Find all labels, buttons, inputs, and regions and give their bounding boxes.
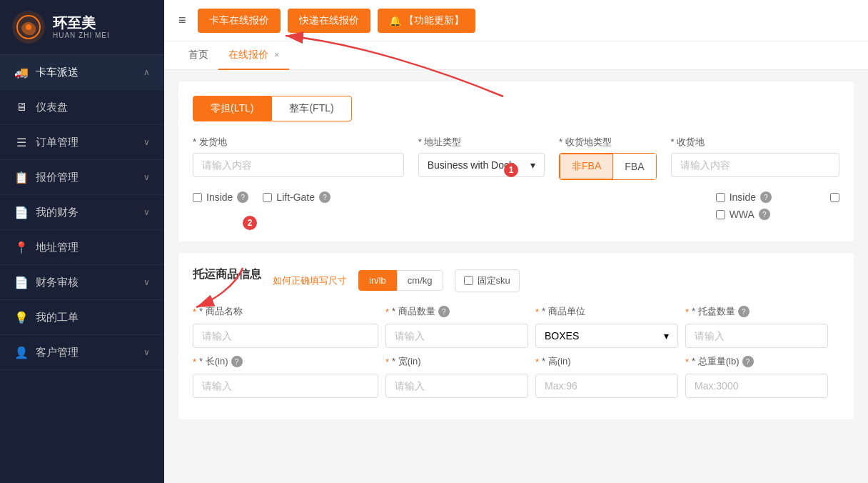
- col-product-name: * * 商品名称: [193, 305, 378, 318]
- sidebar-item-address[interactable]: 📍 地址管理: [0, 230, 164, 265]
- logo-pinyin: HUAN ZHI MEI: [53, 31, 110, 40]
- weight-input[interactable]: [685, 374, 828, 398]
- origin-label: * 发货地: [193, 136, 404, 149]
- width-input[interactable]: [385, 374, 528, 398]
- sku-checkbox-input[interactable]: [464, 276, 473, 285]
- col-length: * * 长(in) ?: [193, 355, 378, 368]
- sidebar-item-dashboard[interactable]: 🖥 仪表盘: [0, 90, 164, 125]
- notify-label: 【功能更新】: [404, 14, 464, 27]
- sidebar-item-orders[interactable]: ☰ 订单管理 ∨: [0, 125, 164, 160]
- pallet-qty-input[interactable]: [685, 324, 828, 348]
- unit-cmkg-button[interactable]: cm/kg: [397, 270, 443, 291]
- wwa-help-icon[interactable]: ?: [759, 209, 770, 220]
- product-unit-value: BOXES: [545, 330, 579, 342]
- dest-input[interactable]: [671, 153, 840, 177]
- content-area: 零担(LTL) 整车(FTL) 1 * 发货地 * 地址类型 Business …: [164, 70, 868, 483]
- ftl-tab[interactable]: 整车(FTL): [271, 96, 351, 121]
- dest-inside-help-icon[interactable]: ?: [760, 191, 772, 203]
- length-input[interactable]: [193, 374, 378, 398]
- sidebar-item-finance[interactable]: 📄 我的财务 ∨: [0, 195, 164, 230]
- orders-icon: ☰: [14, 135, 29, 149]
- wwa-label: WWA: [730, 209, 755, 220]
- sidebar-label-customers: 客户管理: [36, 346, 79, 359]
- chevron-down-icon: ▾: [530, 159, 535, 171]
- liftgate-checkbox-item: Lift-Gate ?: [263, 191, 330, 203]
- logo-zh: 环至美: [53, 14, 110, 31]
- tab-online-quote[interactable]: 在线报价 ×: [218, 41, 289, 70]
- col-width: * * 宽(in): [385, 355, 528, 368]
- sidebar-item-customers[interactable]: 👤 客户管理 ∨: [0, 335, 164, 370]
- sidebar-logo: 环至美 HUAN ZHI MEI: [0, 0, 164, 55]
- dimension-table-header: * * 长(in) ? * * 宽(in) * * 高(in) * * 总重量(…: [193, 355, 839, 368]
- product-qty-input[interactable]: [385, 324, 528, 348]
- dest-group: * 收货地: [671, 136, 840, 177]
- section-link[interactable]: 如何正确填写尺寸: [273, 274, 347, 287]
- finance-icon: 📄: [14, 205, 29, 219]
- product-table-header: * * 商品名称 * * 商品数量 ? * * 商品单位 * * 托盘数量 ?: [193, 305, 839, 318]
- sidebar-label-address: 地址管理: [36, 241, 79, 254]
- unit-toggle: in/lb cm/kg: [358, 270, 443, 291]
- wwa-checkbox[interactable]: [716, 210, 725, 219]
- address-type-dropdown[interactable]: Business with Dock ▾: [418, 153, 545, 177]
- liftgate-label: Lift-Gate: [276, 191, 315, 203]
- sidebar-item-audit[interactable]: 📄 财务审核 ∨: [0, 265, 164, 300]
- express-quote-button[interactable]: 快递在线报价: [288, 9, 370, 33]
- form-card-main: 零担(LTL) 整车(FTL) 1 * 发货地 * 地址类型 Business …: [178, 81, 854, 242]
- product-name-input[interactable]: [193, 324, 378, 348]
- inside-help-icon[interactable]: ?: [237, 191, 248, 203]
- origin-input[interactable]: [193, 153, 404, 177]
- wwa-checkbox-item: WWA ?: [716, 209, 839, 220]
- liftgate-checkbox[interactable]: [263, 193, 272, 202]
- arrow-icon-customers: ∨: [143, 347, 150, 357]
- sidebar-nav: 🚚 卡车派送 ∧ 🖥 仪表盘 ☰ 订单管理 ∨ 📋 报价管理 ∨: [0, 55, 164, 483]
- sku-checkbox[interactable]: 固定sku: [455, 269, 520, 292]
- dimension-row: [193, 374, 839, 398]
- section-title: 托运商品信息: [193, 267, 261, 282]
- sidebar-label-truck: 卡车派送: [36, 66, 79, 79]
- sidebar-item-workorder[interactable]: 💡 我的工单: [0, 300, 164, 335]
- address-type-value: Business with Dock: [428, 159, 514, 171]
- sidebar-label-finance: 我的财务: [36, 206, 79, 219]
- col-product-qty: * * 商品数量 ?: [385, 305, 528, 318]
- length-help-icon[interactable]: ?: [231, 356, 243, 367]
- sidebar-item-truck[interactable]: 🚚 卡车派送 ∧: [0, 55, 164, 90]
- main-area: ≡ 卡车在线报价 快递在线报价 🔔 【功能更新】 首页 在线报价 × 零担(LT…: [164, 0, 868, 483]
- dest-type-group: * 收货地类型 非FBA FBA: [559, 136, 656, 180]
- arrow-icon-truck: ∧: [143, 67, 150, 77]
- bell-icon: 🔔: [389, 15, 401, 26]
- tab-home-label: 首页: [188, 49, 208, 60]
- menu-button[interactable]: ≡: [178, 13, 186, 28]
- truck-quote-button[interactable]: 卡车在线报价: [198, 9, 281, 33]
- unit-inlb-button[interactable]: in/lb: [358, 270, 397, 291]
- logo-text: 环至美 HUAN ZHI MEI: [53, 14, 110, 40]
- tab-close-icon[interactable]: ×: [274, 50, 279, 60]
- tab-home[interactable]: 首页: [178, 41, 218, 70]
- liftgate-help-icon[interactable]: ?: [319, 191, 330, 203]
- notify-button[interactable]: 🔔 【功能更新】: [378, 9, 475, 33]
- workorder-icon: 💡: [14, 310, 29, 324]
- inside-checkbox[interactable]: [193, 193, 202, 202]
- unit-chevron-icon: ▾: [664, 330, 669, 342]
- arrow-icon-orders: ∨: [143, 137, 150, 147]
- sidebar-label-audit: 财务审核: [36, 276, 79, 289]
- extra-checkbox[interactable]: [830, 193, 839, 202]
- tab-online-quote-label: 在线报价: [228, 49, 268, 60]
- sidebar-item-quotes[interactable]: 📋 报价管理 ∨: [0, 160, 164, 195]
- product-unit-select[interactable]: BOXES ▾: [535, 324, 678, 348]
- left-checkbox-row: Inside ? Lift-Gate ?: [193, 191, 330, 203]
- fba-button[interactable]: FBA: [613, 154, 655, 179]
- weight-help-icon[interactable]: ?: [742, 356, 754, 367]
- non-fba-button[interactable]: 非FBA: [560, 154, 613, 179]
- ltl-ftl-tabs: 零担(LTL) 整车(FTL): [193, 96, 839, 121]
- sidebar: 环至美 HUAN ZHI MEI 🚚 卡车派送 ∧ 🖥 仪表盘 ☰ 订单管理 ∨: [0, 0, 164, 483]
- height-input[interactable]: [535, 374, 678, 398]
- form-card-product: 托运商品信息 如何正确填写尺寸 in/lb cm/kg 固定sku * * 商品…: [178, 253, 854, 419]
- pallet-help-icon[interactable]: ?: [738, 306, 750, 317]
- dest-inside-checkbox[interactable]: [716, 193, 725, 202]
- customers-icon: 👤: [14, 345, 29, 359]
- badge-1: 1: [504, 163, 518, 177]
- audit-icon: 📄: [14, 275, 29, 289]
- inside-label: Inside: [206, 191, 233, 203]
- qty-help-icon[interactable]: ?: [438, 306, 450, 317]
- ltl-tab[interactable]: 零担(LTL): [193, 96, 271, 121]
